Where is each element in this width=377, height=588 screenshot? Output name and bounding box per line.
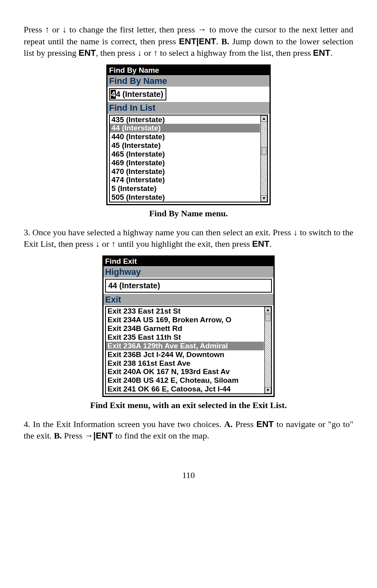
ent-key: ENT [256,419,274,429]
scroll-thumb[interactable] [261,147,267,155]
up-arrow-icon: ↑ [111,239,116,249]
scroll-thumb[interactable] [265,314,271,321]
scroll-up-button[interactable]: ▲ [261,115,267,122]
ent-key: ENT [313,48,330,58]
list-item[interactable]: 470 (Interstate) [110,167,260,176]
list-item[interactable]: 469 (Interstate) [110,159,260,167]
scroll-down-button[interactable]: ▼ [265,387,271,393]
section-find-by-name: Find By Name [107,75,270,87]
down-arrow-icon: ↓ [138,48,142,58]
ent-key: ENT [79,48,96,58]
highway-list[interactable]: 435 (Interstate)44 (Interstate)440 (Inte… [109,115,268,202]
list-item[interactable]: 44 (Interstate) [110,124,260,132]
scroll-up-button[interactable]: ▲ [265,307,271,313]
find-exit-screenshot: Find Exit Highway 44 (Interstate) Exit E… [102,255,275,397]
list-item[interactable]: 465 (Interstate) [110,150,260,159]
list-item[interactable]: Exit 234B Garnett Rd [106,324,264,333]
find-by-name-screenshot: Find By Name Find By Name 44 (Interstate… [106,64,271,205]
down-arrow-icon: ↓ [95,239,100,249]
list-item[interactable]: 435 (Interstate) [110,115,260,124]
exit-list[interactable]: Exit 233 East 21st StExit 234A US 169, B… [105,306,272,394]
caption-2: Find Exit menu, with an exit selected in… [24,399,353,411]
scrollbar[interactable]: ▲ ▼ [260,115,267,202]
window-title: Find By Name [107,66,270,75]
list-item[interactable]: 5 (Interstate) [110,184,260,193]
list-item[interactable]: Exit 233 East 21st St [106,307,264,316]
section-exit: Exit [104,294,273,305]
paragraph-3: 4. In the Exit Information screen you ha… [24,418,353,442]
window-title: Find Exit [104,257,273,266]
down-arrow-icon: ↓ [62,25,66,34]
up-arrow-icon: ↑ [153,48,158,58]
list-item[interactable]: Exit 240B US 412 E, Choteau, Siloam [106,376,264,385]
list-item[interactable]: 440 (Interstate) [110,132,260,141]
list-item[interactable]: Exit 236A 129th Ave East, Admiral [106,342,264,350]
list-item[interactable]: Exit 235 East 11th St [106,333,264,342]
list-item[interactable]: Exit 240A OK 167 N, 193rd East Av [106,367,264,376]
list-item[interactable]: Exit 234A US 169, Broken Arrow, O [106,316,264,324]
scroll-down-button[interactable]: ▼ [261,195,267,202]
section-find-in-list: Find In List [107,102,270,113]
paragraph-2: 3. Once you have selected a highway name… [24,227,353,250]
list-item[interactable]: 505 (Interstate) [110,193,260,202]
list-item[interactable]: 45 (Interstate) [110,141,260,150]
ent-key: ENT [252,239,270,249]
ent-key: ENT [179,36,196,46]
right-arrow-icon: → [85,431,93,441]
highway-value: 44 (Interstate) [105,279,272,293]
list-item[interactable]: Exit 241 OK 66 E, Catoosa, Jct I-44 [106,385,264,393]
down-arrow-icon: ↓ [293,227,298,237]
right-arrow-icon: → [198,25,207,34]
ent-key: ENT [199,36,216,46]
paragraph-1: Press ↑ or ↓ to change the first letter,… [24,24,353,59]
list-item[interactable]: 474 (Interstate) [110,176,260,184]
up-arrow-icon: ↑ [45,25,49,34]
ent-key: ENT [96,431,113,441]
page-number: 110 [24,469,353,481]
name-input[interactable]: 44 (Interstate) [109,88,166,100]
section-highway: Highway [104,266,273,278]
list-item[interactable]: Exit 236B Jct I-244 W, Downtown [106,350,264,359]
list-item[interactable]: Exit 238 161st East Ave [106,359,264,368]
scrollbar[interactable]: ▲ ▼ [264,307,271,393]
caption-1: Find By Name menu. [24,208,353,219]
